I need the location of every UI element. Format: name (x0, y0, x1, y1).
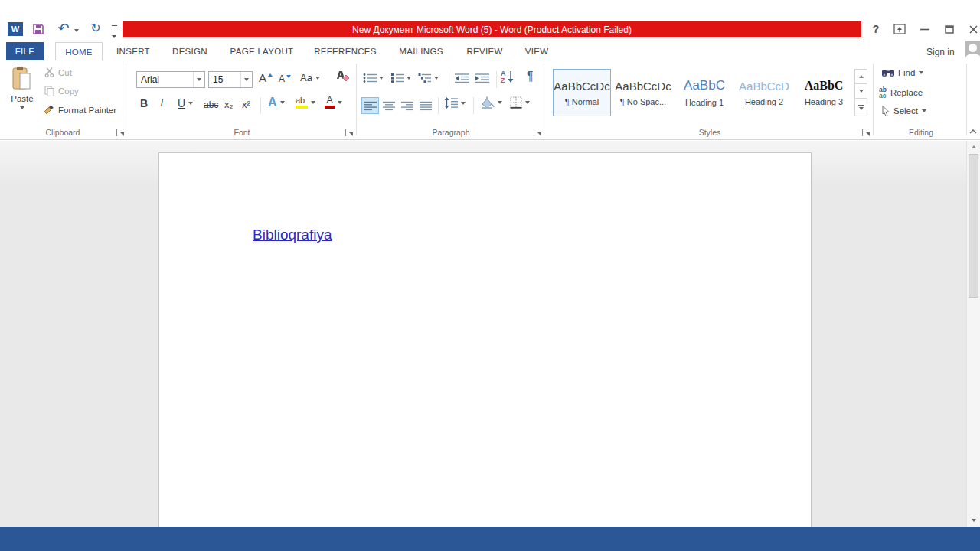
change-case-button[interactable]: Aa (300, 72, 320, 83)
clipboard-dialog-launcher[interactable] (116, 129, 124, 136)
format-painter-label: Format Painter (58, 106, 116, 115)
tab-mailings[interactable]: MAILINGS (389, 42, 453, 60)
tab-view[interactable]: VIEW (516, 42, 557, 60)
font-family-combo[interactable]: Arial (136, 71, 205, 88)
scroll-up-button[interactable] (967, 141, 980, 153)
taskbar[interactable] (0, 527, 980, 551)
tab-review[interactable]: REVIEW (459, 42, 510, 60)
strikethrough-button[interactable]: abc (204, 99, 218, 110)
undo-dropdown-caret[interactable] (74, 29, 79, 32)
numbering-button[interactable] (390, 73, 411, 83)
help-button[interactable]: ? (869, 22, 883, 36)
numbering-caret[interactable] (407, 77, 411, 80)
redo-button[interactable]: ↻ (87, 20, 104, 37)
select-button[interactable]: Select (881, 106, 926, 116)
ribbon-display-options-button[interactable] (892, 22, 907, 36)
tab-home[interactable]: HOME (55, 42, 103, 60)
tab-references[interactable]: REFERENCES (308, 42, 383, 60)
bold-button[interactable]: B (140, 97, 148, 109)
undo-button[interactable]: ↶ (55, 20, 72, 37)
vertical-scrollbar[interactable] (966, 141, 980, 527)
highlight-caret[interactable] (311, 101, 315, 104)
sort-button[interactable]: A Z (501, 70, 514, 84)
collapse-ribbon-button[interactable] (968, 126, 978, 137)
shading-caret[interactable] (498, 101, 502, 104)
align-left-button[interactable] (361, 97, 379, 114)
clear-formatting-button[interactable] (335, 70, 349, 83)
underline-button[interactable]: U (178, 97, 193, 109)
style-heading-3[interactable]: AaBbC Heading 3 (795, 69, 853, 116)
line-spacing-icon (444, 97, 458, 109)
justify-button[interactable] (416, 97, 434, 114)
close-button[interactable] (966, 22, 980, 36)
group-separator (126, 64, 126, 135)
style-heading-1[interactable]: AaBbC Heading 1 (675, 69, 733, 116)
style-normal[interactable]: AaBbCcDc ¶ Normal (553, 69, 611, 116)
superscript-button[interactable]: x² (242, 99, 250, 110)
shading-button[interactable] (479, 96, 502, 109)
bullets-button[interactable] (363, 73, 384, 83)
save-button[interactable] (32, 23, 44, 35)
tab-design[interactable]: DESIGN (164, 42, 216, 60)
copy-button[interactable]: Copy (44, 86, 79, 96)
multilevel-list-button[interactable] (418, 73, 439, 83)
paragraph-dialog-launcher[interactable] (534, 129, 541, 136)
decrease-indent-button[interactable] (455, 73, 469, 83)
italic-button[interactable]: I (160, 97, 164, 109)
scrollbar-thumb[interactable] (969, 154, 978, 298)
cut-button[interactable]: Cut (44, 67, 72, 77)
tab-file[interactable]: FILE (6, 42, 44, 60)
scroll-down-button[interactable] (967, 514, 980, 527)
multilevel-list-caret[interactable] (434, 77, 439, 80)
borders-button[interactable] (510, 96, 530, 109)
style-no-spacing[interactable]: AaBbCcDc ¶ No Spac... (614, 69, 672, 116)
styles-scroll-up-button[interactable] (854, 69, 867, 84)
replace-button[interactable]: ab ac Replace (879, 86, 923, 99)
help-icon: ? (873, 23, 880, 35)
cut-icon (44, 67, 54, 77)
paste-button[interactable]: Paste (6, 66, 38, 124)
font-family-dropdown[interactable] (193, 72, 204, 87)
align-right-button[interactable] (398, 97, 416, 114)
font-color-caret[interactable] (338, 101, 342, 104)
maximize-button[interactable] (942, 22, 957, 36)
styles-scroll-down-button[interactable] (854, 83, 867, 99)
sign-in-link[interactable]: Sign in (926, 44, 955, 58)
grow-font-button[interactable]: A (259, 71, 273, 84)
customize-qat-button[interactable] (112, 25, 118, 34)
font-size-dropdown[interactable] (240, 72, 252, 87)
line-spacing-caret[interactable] (461, 102, 466, 105)
account-avatar[interactable] (965, 41, 980, 60)
styles-dialog-launcher[interactable] (862, 129, 870, 136)
show-hide-pilcrow-button[interactable]: ¶ (527, 70, 534, 83)
find-caret[interactable] (919, 71, 923, 74)
shrink-font-button[interactable]: A (279, 73, 291, 84)
document-workspace[interactable]: Biblioqrafiya (0, 141, 980, 527)
bullets-caret[interactable] (379, 77, 384, 80)
minimize-button[interactable] (917, 22, 933, 36)
tab-insert[interactable]: INSERT (107, 42, 159, 60)
style-heading-2[interactable]: AaBbCcD Heading 2 (735, 69, 793, 116)
text-effects-caret[interactable] (280, 101, 285, 104)
align-center-button[interactable] (380, 97, 397, 114)
subscript-button[interactable]: x₂ (224, 99, 234, 110)
sort-arrow-icon (508, 70, 514, 84)
underline-caret[interactable] (188, 102, 193, 105)
format-painter-button[interactable]: Format Painter (43, 105, 116, 116)
document-page[interactable]: Biblioqrafiya (158, 152, 812, 527)
styles-group-label: Styles (547, 128, 873, 137)
text-effects-button[interactable]: A (268, 96, 285, 109)
font-color-button[interactable]: A (325, 96, 342, 109)
font-size-combo[interactable]: 15 (208, 71, 253, 88)
line-spacing-button[interactable] (444, 97, 466, 109)
styles-more-button[interactable] (854, 98, 867, 116)
font-dialog-launcher[interactable] (345, 129, 353, 136)
highlight-button[interactable]: ab (296, 96, 315, 109)
document-hyperlink-text[interactable]: Biblioqrafiya (253, 227, 332, 243)
increase-indent-button[interactable] (475, 73, 489, 83)
select-caret[interactable] (922, 109, 926, 112)
find-button[interactable]: Find (882, 68, 923, 77)
tab-page-layout[interactable]: PAGE LAYOUT (222, 42, 302, 60)
borders-caret[interactable] (525, 101, 530, 104)
replace-label: Replace (890, 88, 923, 97)
